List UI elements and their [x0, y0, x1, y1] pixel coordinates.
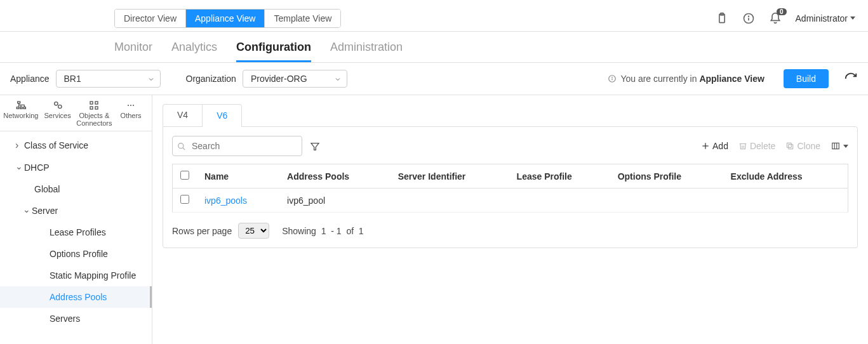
info-prefix: You are currently in	[620, 74, 699, 84]
svg-point-12	[54, 102, 57, 105]
tree-label: Static Mapping Profile	[50, 270, 136, 281]
template-view-tab[interactable]: Template View	[265, 10, 340, 27]
pager-total: 1	[359, 226, 364, 236]
address-pools-table: Name Address Pools Server Identifier Lea…	[172, 164, 848, 213]
view-tabs: Director View Appliance View Template Vi…	[114, 9, 341, 28]
notification-badge: 0	[777, 8, 787, 15]
refresh-icon[interactable]	[844, 72, 858, 86]
svg-point-21	[178, 143, 184, 149]
svg-point-18	[128, 105, 129, 106]
tree-address-pools[interactable]: Address Pools	[0, 286, 152, 308]
svg-rect-16	[90, 107, 93, 109]
svg-rect-15	[95, 102, 98, 104]
rail-others[interactable]: Others	[112, 100, 149, 127]
pager: Rows per page 25 Showing 1 - 1 of 1	[172, 223, 848, 239]
tab-analytics[interactable]: Analytics	[171, 41, 217, 62]
clone-label: Clone	[797, 141, 820, 151]
tree-label: Address Pools	[50, 292, 107, 302]
svg-point-4	[748, 16, 749, 17]
user-menu[interactable]: Administrator	[796, 13, 855, 23]
svg-rect-27	[787, 143, 792, 147]
columns-button[interactable]	[831, 142, 848, 150]
tree-static-mapping[interactable]: Static Mapping Profile	[0, 265, 152, 286]
appliance-view-tab[interactable]: Appliance View	[186, 10, 265, 27]
rail-others-label: Others	[121, 112, 142, 119]
main-tabs: Monitor Analytics Configuration Administ…	[0, 32, 868, 63]
appliance-select[interactable]: BR1	[56, 70, 161, 88]
tree-lease-profiles[interactable]: Lease Profiles	[0, 222, 152, 243]
col-server-identifier[interactable]: Server Identifier	[391, 164, 509, 189]
columns-icon	[831, 142, 841, 150]
table-row[interactable]: ivp6_pools ivp6_pool	[173, 189, 848, 213]
svg-point-19	[130, 105, 131, 106]
add-label: Add	[712, 141, 728, 151]
tree-label: Global	[34, 184, 60, 194]
select-all-checkbox[interactable]	[180, 171, 189, 180]
build-button[interactable]: Build	[784, 69, 829, 88]
rail-objects[interactable]: Objects & Connectors	[76, 100, 113, 127]
rail-services[interactable]: Services	[39, 100, 76, 127]
pager-of: of	[346, 226, 354, 236]
svg-rect-26	[789, 145, 793, 149]
rail-objects-label: Objects & Connectors	[76, 112, 112, 127]
tree-servers[interactable]: Servers	[0, 308, 152, 329]
row-lease-profile	[509, 189, 610, 213]
tree-dhcp[interactable]: DHCP	[0, 157, 152, 178]
svg-point-13	[58, 105, 61, 108]
rows-per-page-select[interactable]: 25	[238, 223, 269, 239]
clone-icon	[785, 142, 794, 150]
chevron-down-icon	[23, 206, 28, 216]
row-name-link[interactable]: ivp6_pools	[197, 189, 279, 213]
tree-label: Servers	[50, 314, 80, 324]
tree-server[interactable]: Server	[0, 200, 152, 222]
svg-marker-23	[311, 143, 319, 150]
info-icon[interactable]	[742, 12, 755, 25]
svg-rect-10	[20, 107, 22, 109]
rail-services-label: Services	[44, 112, 71, 119]
svg-rect-14	[90, 102, 93, 104]
svg-rect-11	[23, 107, 25, 109]
tab-administration[interactable]: Administration	[330, 41, 403, 62]
svg-point-7	[612, 77, 613, 77]
organization-select[interactable]: Provider-ORG	[243, 70, 347, 88]
row-options-profile	[610, 189, 723, 213]
row-server-identifier	[391, 189, 509, 213]
add-button[interactable]: Add	[701, 141, 728, 151]
col-address-pools[interactable]: Address Pools	[279, 164, 391, 189]
search-input[interactable]	[172, 136, 302, 156]
pager-from: 1	[321, 226, 326, 236]
clipboard-icon[interactable]	[716, 12, 728, 25]
col-exclude-address[interactable]: Exclude Address	[723, 164, 848, 189]
chevron-down-icon	[147, 74, 155, 84]
appliance-label: Appliance	[10, 74, 50, 84]
tab-v4[interactable]: V4	[163, 105, 203, 126]
tab-monitor[interactable]: Monitor	[114, 41, 152, 62]
chevron-down-icon	[334, 74, 342, 84]
caret-down-icon	[850, 17, 855, 20]
filter-icon[interactable]	[310, 140, 320, 151]
col-lease-profile[interactable]: Lease Profile	[509, 164, 610, 189]
rail-networking[interactable]: Networking	[3, 100, 39, 127]
delete-button[interactable]: Delete	[738, 141, 775, 151]
col-options-profile[interactable]: Options Profile	[610, 164, 723, 189]
clone-button[interactable]: Clone	[785, 141, 820, 151]
director-view-tab[interactable]: Director View	[115, 10, 186, 27]
rows-per-page-label: Rows per page	[172, 226, 232, 236]
tab-configuration[interactable]: Configuration	[236, 41, 311, 62]
tree-class-of-service[interactable]: Class of Service	[0, 134, 152, 157]
organization-label: Organization	[186, 74, 236, 84]
ip-version-tabs: V4 V6	[163, 104, 242, 126]
tree-label: Lease Profiles	[50, 227, 106, 237]
row-checkbox[interactable]	[180, 195, 189, 204]
caret-down-icon	[843, 145, 848, 148]
svg-point-20	[133, 105, 134, 106]
info-icon	[608, 74, 617, 83]
tree-global[interactable]: Global	[0, 178, 152, 200]
col-name[interactable]: Name	[197, 164, 279, 189]
tab-v6[interactable]: V6	[203, 105, 241, 127]
context-info: You are currently in Appliance View	[608, 74, 764, 84]
bell-icon[interactable]: 0	[769, 12, 782, 25]
appliance-value: BR1	[64, 74, 81, 84]
chevron-down-icon	[15, 162, 20, 173]
tree-options-profile[interactable]: Options Profile	[0, 243, 152, 265]
